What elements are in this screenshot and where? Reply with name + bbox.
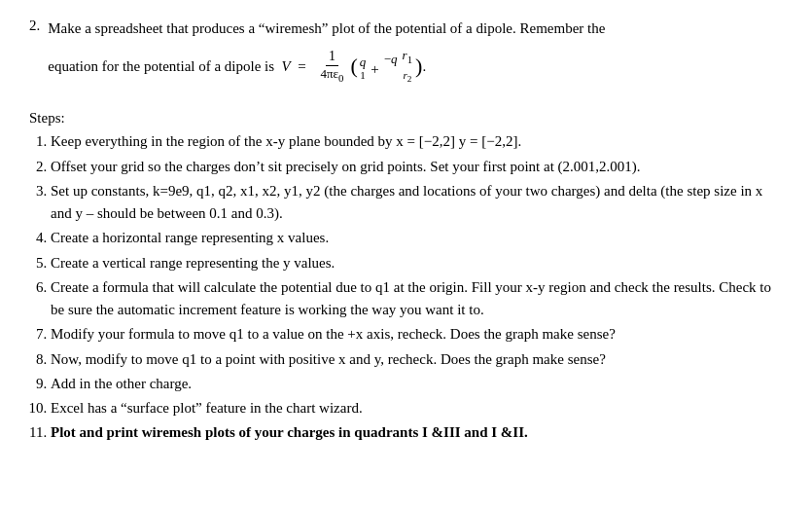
problem-intro-text: Make a spreadsheet that produces a “wire… [48,20,605,36]
eq-label: equation for the potential of a dipole i… [48,55,309,78]
paren-open: ( [350,55,357,77]
plus-sign: + [371,57,378,81]
q1-top: q [360,55,367,70]
step-11-bold: Plot and print wiremesh plots of your ch… [51,424,528,440]
step-10: Excel has a “surface plot” feature in th… [51,397,783,419]
r-group: r1 r2 [403,46,412,88]
step-6: Create a formula that will calculate the… [51,276,783,322]
paren-inner: q 1 + −q [358,52,400,81]
step-11: Plot and print wiremesh plots of your ch… [51,421,783,444]
q1-sub: 1 [360,70,366,81]
step-1: Keep everything in the region of the x-y… [51,130,783,153]
step-3: Set up constants, k=9e9, q1, q2, x1, x2,… [51,180,783,226]
problem-header: 2. Make a spreadsheet that produces a “w… [29,18,783,92]
qneg-top: −q [384,52,398,67]
step-5: Create a vertical range representing the… [51,252,783,274]
steps-list: Keep everything in the region of the x-y… [51,130,783,444]
fraction: 1 4πε0 [318,48,347,85]
problem-number: 2. [29,18,40,34]
step-7: Modify your formula to move q1 to a valu… [51,323,783,346]
problem-intro-block: Make a spreadsheet that produces a “wire… [48,18,783,92]
fraction-top: 1 [326,48,338,66]
step-4: Create a horizontal range representing x… [51,227,783,249]
step-8: Now, modify to move q1 to a point with p… [51,348,783,371]
qneg-group: −q [384,52,398,81]
steps-section: Steps: Keep everything in the region of … [29,110,783,444]
equation-line: equation for the potential of a dipole i… [48,46,783,88]
period: . [422,55,426,78]
paren-close: ) [415,55,422,77]
steps-title: Steps: [29,110,783,127]
step-2: Offset your grid so the charges don’t si… [51,156,783,178]
r1-label: r1 [403,46,412,68]
fraction-bottom: 4πε0 [318,66,347,85]
r2-label: r2 [403,67,411,87]
q1-group: q 1 [360,55,367,81]
step-9: Add in the other charge. [51,373,783,395]
problem-container: 2. Make a spreadsheet that produces a “w… [29,18,783,445]
